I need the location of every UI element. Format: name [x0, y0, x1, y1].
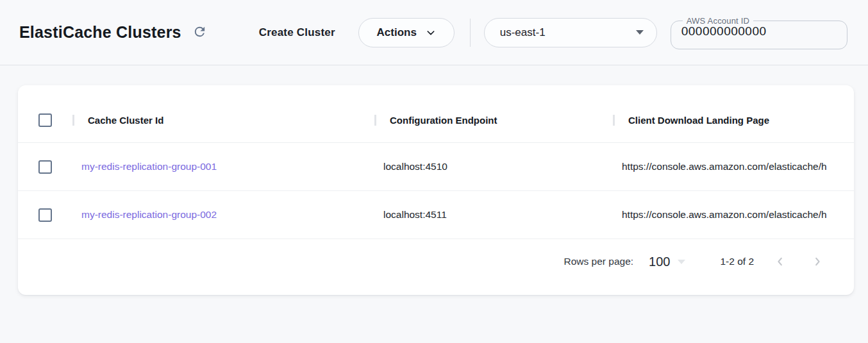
chevron-down-icon [426, 28, 436, 38]
column-header-client-download-landing-page[interactable]: Client Download Landing Page [613, 115, 854, 126]
column-header-cache-cluster-id[interactable]: Cache Cluster Id [72, 115, 374, 126]
next-page-button[interactable] [806, 251, 828, 272]
column-header-configuration-endpoint[interactable]: Configuration Endpoint [374, 115, 613, 126]
client-download-landing-page-cell: https://console.aws.amazon.com/elasticac… [613, 161, 854, 172]
aws-account-id-field: AWS Account ID [671, 16, 847, 49]
rows-per-page-label: Rows per page: [564, 256, 634, 267]
rows-per-page-select[interactable]: 100 [649, 255, 685, 269]
chevron-left-icon [774, 256, 786, 267]
row-checkbox-cell [18, 208, 72, 222]
table-row: my-redis-replication-group-001 localhost… [18, 143, 854, 191]
rows-per-page-caret-icon [678, 260, 685, 264]
header-checkbox-cell [18, 113, 72, 127]
row-checkbox[interactable] [38, 208, 52, 222]
previous-page-button[interactable] [769, 251, 791, 272]
cache-cluster-id-cell: my-redis-replication-group-002 [72, 209, 374, 221]
table-header-row: Cache Cluster Id Configuration Endpoint … [18, 98, 854, 143]
row-checkbox[interactable] [38, 160, 52, 174]
row-checkbox-cell [18, 160, 72, 174]
pagination-range-label: 1-2 of 2 [720, 256, 754, 267]
rows-per-page-value: 100 [649, 255, 670, 269]
refresh-icon [192, 24, 207, 41]
title-group: ElastiCache Clusters [19, 23, 209, 42]
cluster-link[interactable]: my-redis-replication-group-002 [81, 209, 217, 220]
region-select-value: us-east-1 [500, 26, 546, 39]
page-title: ElastiCache Clusters [19, 23, 181, 42]
clusters-table-card: Cache Cluster Id Configuration Endpoint … [18, 85, 854, 295]
header-divider [470, 19, 471, 47]
actions-button-label: Actions [377, 26, 417, 39]
region-select[interactable]: us-east-1 [484, 18, 657, 47]
page-header: ElastiCache Clusters Create Cluster Acti… [0, 0, 868, 65]
refresh-button[interactable] [191, 24, 209, 42]
client-download-landing-page-cell: https://console.aws.amazon.com/elasticac… [613, 209, 854, 221]
table-row: my-redis-replication-group-002 localhost… [18, 191, 854, 239]
dropdown-caret-icon [636, 30, 644, 35]
configuration-endpoint-cell: localhost:4510 [374, 161, 613, 172]
create-cluster-button[interactable]: Create Cluster [259, 26, 335, 39]
select-all-checkbox[interactable] [38, 113, 52, 127]
aws-account-id-input[interactable] [681, 24, 837, 38]
chevron-right-icon [812, 256, 823, 267]
table-pagination: Rows per page: 100 1-2 of 2 [18, 239, 854, 284]
configuration-endpoint-cell: localhost:4511 [374, 209, 613, 221]
actions-button[interactable]: Actions [358, 18, 455, 47]
cache-cluster-id-cell: my-redis-replication-group-001 [72, 161, 374, 172]
cluster-link[interactable]: my-redis-replication-group-001 [81, 161, 217, 172]
